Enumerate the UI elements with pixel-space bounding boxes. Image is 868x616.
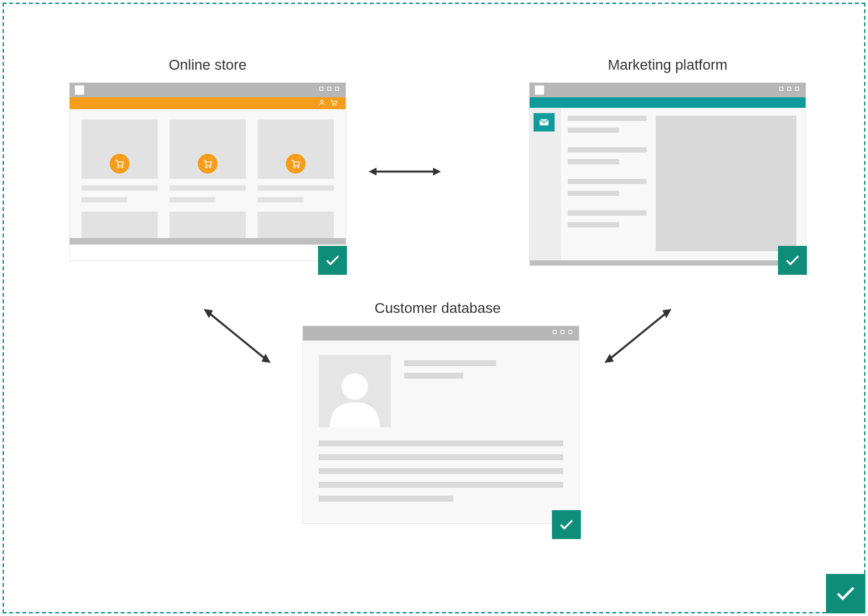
- text-line: [404, 373, 463, 379]
- svg-line-13: [209, 313, 265, 359]
- product-thumb: [170, 212, 246, 238]
- window-footer: [530, 260, 806, 266]
- marketing-platform-window: [530, 83, 806, 260]
- label-customer-database: Customer database: [300, 300, 576, 317]
- product-card: [258, 120, 334, 202]
- svg-marker-14: [204, 309, 213, 318]
- svg-point-9: [342, 373, 368, 400]
- check-icon: [826, 574, 865, 613]
- text-line: [568, 179, 647, 184]
- text-line: [404, 360, 496, 366]
- window-dots-icon: [553, 330, 572, 334]
- svg-marker-18: [662, 309, 672, 318]
- svg-point-6: [210, 166, 211, 168]
- text-line: [568, 222, 619, 227]
- text-line: [568, 128, 619, 133]
- customer-name-block: [404, 355, 496, 427]
- window-footer: [70, 238, 346, 245]
- window-dots-icon: [319, 87, 339, 91]
- add-to-cart-icon: [198, 154, 217, 174]
- text-line: [568, 159, 619, 164]
- svg-point-0: [321, 100, 323, 103]
- product-thumb: [258, 212, 334, 238]
- text-line: [258, 185, 334, 191]
- label-online-store: Online store: [70, 57, 346, 74]
- check-icon: [778, 246, 807, 275]
- mail-icon: [534, 113, 555, 131]
- customer-details: [319, 440, 563, 502]
- product-thumb: [81, 120, 158, 179]
- window-dots-icon: [779, 87, 799, 91]
- svg-point-7: [294, 166, 295, 168]
- product-thumb: [81, 212, 158, 238]
- check-icon: [318, 246, 347, 275]
- svg-point-2: [335, 105, 336, 106]
- add-to-cart-icon: [110, 154, 129, 174]
- text-line: [170, 185, 246, 191]
- marketing-sidebar: [530, 108, 561, 260]
- svg-point-5: [206, 166, 207, 168]
- store-toolbar: [70, 97, 346, 109]
- svg-line-16: [610, 313, 666, 359]
- window-titlebar: [303, 326, 579, 341]
- text-line: [81, 197, 127, 202]
- bidirectional-arrow-icon: [369, 162, 441, 181]
- text-line: [170, 197, 216, 202]
- product-card: [81, 120, 158, 202]
- user-icon: [318, 99, 326, 108]
- text-line: [568, 191, 619, 196]
- online-store-window: [70, 83, 346, 260]
- text-line: [568, 210, 647, 216]
- add-to-cart-icon: [286, 154, 306, 174]
- svg-point-8: [298, 166, 299, 168]
- window-titlebar: [70, 83, 346, 97]
- svg-marker-17: [605, 354, 614, 363]
- marketing-toolbar: [530, 97, 806, 108]
- store-body: [70, 109, 346, 238]
- label-marketing-platform: Marketing platform: [530, 57, 806, 74]
- product-thumb: [258, 120, 334, 179]
- window-titlebar: [530, 83, 806, 97]
- bidirectional-arrow-icon: [602, 306, 674, 366]
- text-line: [319, 496, 453, 502]
- bidirectional-arrow-icon: [201, 306, 273, 366]
- text-line: [319, 440, 563, 446]
- svg-marker-12: [433, 168, 441, 176]
- text-line: [568, 147, 647, 153]
- text-line: [258, 197, 304, 202]
- cart-icon: [330, 99, 338, 108]
- svg-marker-15: [262, 354, 271, 363]
- product-card: [170, 120, 246, 202]
- text-line: [319, 454, 563, 460]
- avatar-icon: [319, 355, 391, 427]
- text-line: [319, 468, 563, 474]
- svg-point-3: [118, 166, 119, 168]
- diagram-canvas: Online store Marketing platform Customer…: [3, 3, 865, 613]
- product-thumb: [170, 120, 246, 179]
- marketing-preview: [656, 116, 796, 251]
- marketing-list: [561, 108, 653, 260]
- text-line: [319, 482, 563, 488]
- svg-point-4: [122, 166, 123, 168]
- svg-point-1: [332, 105, 334, 106]
- text-line: [81, 185, 158, 191]
- svg-marker-11: [369, 168, 377, 176]
- window-control-icon: [535, 85, 544, 95]
- check-icon: [552, 510, 581, 539]
- customer-database-window: [303, 326, 579, 523]
- text-line: [568, 116, 647, 121]
- window-control-icon: [75, 85, 84, 95]
